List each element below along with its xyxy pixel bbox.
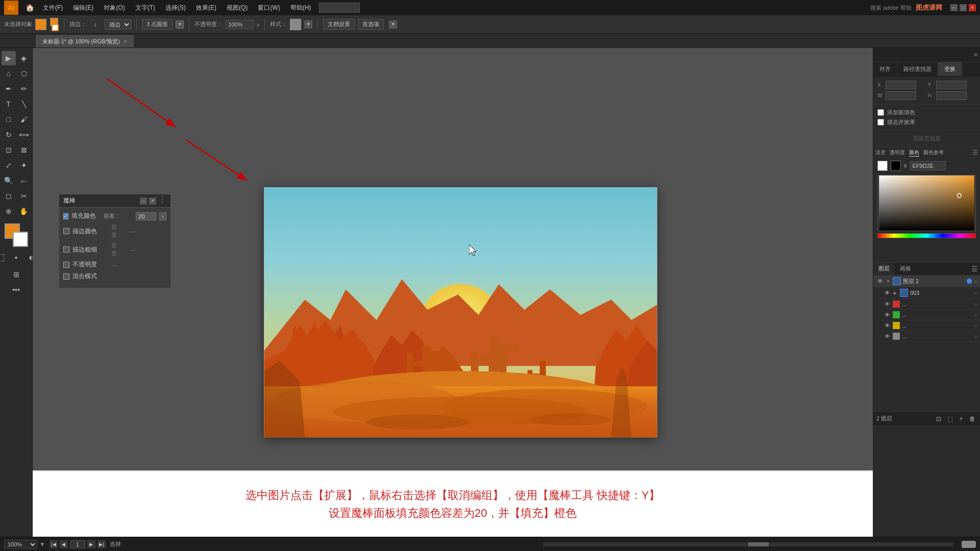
fill-color-box[interactable]: [35, 19, 46, 30]
tab-color-ref[interactable]: 颜色参考: [923, 149, 944, 157]
warp-tool[interactable]: ⌂: [2, 66, 16, 81]
menu-help[interactable]: 帮助(H): [286, 3, 315, 13]
layer-visibility-gray[interactable]: 👁: [884, 333, 891, 340]
black-swatch[interactable]: [891, 161, 901, 171]
direct-select-tool[interactable]: ◈: [17, 51, 31, 65]
first-page-btn[interactable]: |◀: [50, 540, 58, 548]
menu-object[interactable]: 对象(O): [100, 3, 129, 13]
fill-tolerance-arrow[interactable]: ›: [159, 212, 166, 220]
white-swatch[interactable]: [877, 161, 888, 171]
tab-color[interactable]: 颜色: [909, 149, 919, 157]
puppet-warp-tool[interactable]: ✦: [17, 158, 31, 172]
scissors-tool[interactable]: ✂: [17, 189, 31, 203]
menu-effect[interactable]: 效果(E): [192, 3, 220, 13]
tab-pathfinder[interactable]: 路径查找器: [897, 62, 938, 76]
right-panel-close[interactable]: ✕: [973, 52, 978, 58]
stroke-color-checkbox[interactable]: [63, 228, 69, 234]
hand-tool[interactable]: ✋: [17, 204, 31, 218]
panel-menu-btn[interactable]: ⋮: [158, 197, 166, 205]
layer-item-yellow[interactable]: 👁 ... ○: [873, 320, 980, 331]
delete-layer-btn[interactable]: 🗑: [968, 414, 977, 423]
layer-item-gray[interactable]: 👁 ... ○: [873, 331, 980, 342]
stroke-select[interactable]: 描边: [105, 19, 131, 30]
menu-view[interactable]: 视图(Q): [223, 3, 252, 13]
w-input[interactable]: [886, 91, 916, 100]
eraser-tool[interactable]: ◻: [2, 189, 16, 203]
none-color[interactable]: ⬚: [0, 250, 8, 264]
zoom-dropdown-btn[interactable]: ▼: [39, 541, 45, 548]
menu-edit[interactable]: 编辑(E): [69, 3, 97, 13]
menu-file[interactable]: 文件(F): [39, 3, 67, 13]
horizontal-scrollbar[interactable]: [543, 542, 953, 546]
layer-visibility-green[interactable]: 👁: [884, 311, 891, 318]
stroke-width-checkbox[interactable]: [63, 246, 69, 253]
panel-minimize-btn[interactable]: —: [140, 197, 147, 205]
preferences-btn[interactable]: 首选项: [358, 19, 384, 30]
make-clipping-mask-btn[interactable]: ⊡: [934, 414, 943, 423]
pen-tool[interactable]: ✒: [2, 82, 16, 96]
line-tool[interactable]: ╲: [17, 97, 31, 111]
maximize-btn[interactable]: □: [960, 4, 967, 11]
layer-expand-arrow[interactable]: ▼: [886, 279, 891, 284]
artboard-tool[interactable]: ⊞: [9, 267, 23, 282]
reflect-tool[interactable]: ⟺: [17, 128, 31, 142]
menu-window[interactable]: 窗口(W): [254, 3, 284, 13]
next-page-btn[interactable]: ▶: [87, 540, 95, 548]
minimize-btn[interactable]: —: [950, 4, 958, 11]
layer-visibility-yellow[interactable]: 👁: [884, 322, 891, 329]
create-new-sublayer-btn[interactable]: ⬚: [945, 414, 954, 423]
paintbrush-tool[interactable]: 🖌: [17, 112, 31, 127]
fill-color-checkbox[interactable]: ✓: [63, 213, 68, 219]
panel-close-btn[interactable]: ✕: [149, 197, 156, 205]
layer-item-003[interactable]: 👁 ▶ 003 ○: [873, 287, 980, 299]
add-fill-checkbox[interactable]: [877, 109, 884, 116]
zoom-select[interactable]: 100%: [4, 540, 37, 549]
opacity-checkbox[interactable]: [63, 262, 69, 268]
type-tool[interactable]: T: [2, 97, 16, 111]
gradient-mode[interactable]: ◐: [24, 250, 39, 264]
layer-item-layer2[interactable]: 👁 ▼ 图层 2 ○: [873, 276, 980, 287]
pencil-tool[interactable]: ✏: [17, 82, 31, 96]
zoom-tool[interactable]: ⊕: [2, 204, 16, 218]
layer-visibility-003[interactable]: 👁: [884, 289, 891, 296]
tab-close-btn[interactable]: ×: [124, 39, 127, 44]
prev-page-btn[interactable]: ◀: [60, 540, 68, 548]
layer-visibility-eye[interactable]: 👁: [876, 278, 884, 285]
tab-opacity[interactable]: 透明度: [890, 149, 905, 157]
shape-build-tool[interactable]: ⬡: [17, 66, 31, 81]
menu-select[interactable]: 选择(S): [161, 3, 190, 13]
free-transform-tool[interactable]: ⤢: [2, 158, 16, 172]
color-mode[interactable]: ●: [9, 250, 23, 264]
opacity-arrow[interactable]: ›: [257, 20, 259, 29]
tab-transform[interactable]: 变换: [938, 62, 962, 76]
blend-tool[interactable]: ⟜: [17, 173, 31, 188]
tab-align[interactable]: 对齐: [873, 62, 897, 76]
opacity-input[interactable]: [226, 20, 254, 29]
width-tool[interactable]: ⊠: [17, 143, 31, 157]
x-input[interactable]: [886, 81, 916, 89]
rotate-tool[interactable]: ↻: [2, 128, 16, 142]
layer-visibility-red[interactable]: 👁: [884, 300, 891, 308]
layers-panel-menu[interactable]: ☰: [969, 263, 980, 275]
layer-item-green[interactable]: 👁 ... ○: [873, 310, 980, 320]
home-btn[interactable]: 🏠: [22, 1, 37, 15]
last-page-btn[interactable]: ▶|: [97, 540, 106, 548]
fill-tolerance-input[interactable]: [136, 212, 156, 220]
layer-item-red[interactable]: 👁 ... ○: [873, 299, 980, 310]
create-new-layer-btn[interactable]: +: [957, 414, 966, 423]
scale-tool[interactable]: ⊡: [2, 143, 16, 157]
layers-tab-artboard[interactable]: 画板: [895, 263, 916, 275]
y-input[interactable]: [936, 81, 967, 89]
background-color[interactable]: [13, 232, 28, 247]
rect-tool[interactable]: □: [2, 112, 16, 127]
tab-fade[interactable]: 淡变: [875, 149, 886, 157]
color-panel-menu[interactable]: ☰: [972, 149, 978, 157]
document-tab[interactable]: 未标题-1* @ 100% (RGB/预览) ×: [36, 35, 134, 47]
hex-input[interactable]: [910, 161, 946, 170]
color-hue-bar[interactable]: [877, 233, 976, 238]
menu-type[interactable]: 文字(T): [131, 3, 159, 13]
layers-tab-layers[interactable]: 图层: [873, 263, 895, 275]
eyedropper-tool[interactable]: 🔍: [2, 173, 16, 188]
more-tools[interactable]: •••: [9, 283, 23, 297]
close-btn[interactable]: ✕: [969, 4, 976, 11]
